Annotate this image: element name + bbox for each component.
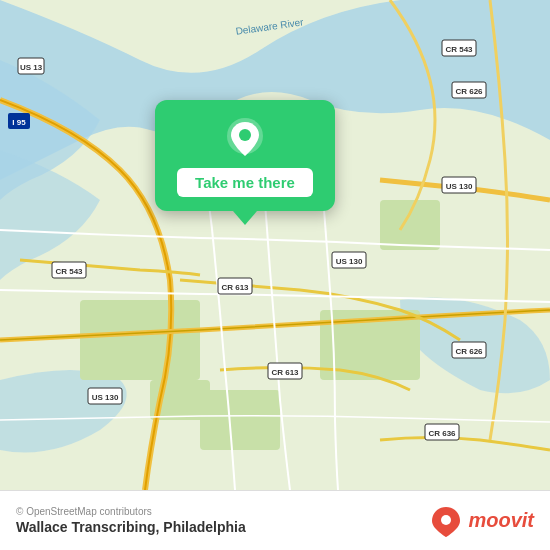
svg-rect-4 (380, 200, 440, 250)
moovit-brand-icon (428, 503, 464, 539)
map-container: US 13 I 95 CR 543 CR 626 US 130 US 130 U… (0, 0, 550, 490)
svg-rect-3 (200, 390, 280, 450)
svg-text:CR 613: CR 613 (221, 283, 249, 292)
svg-rect-1 (80, 300, 200, 380)
svg-text:US 13: US 13 (20, 63, 43, 72)
bottom-bar: © OpenStreetMap contributors Wallace Tra… (0, 490, 550, 550)
svg-text:CR 543: CR 543 (55, 267, 83, 276)
location-pin-icon (223, 116, 267, 160)
svg-text:US 130: US 130 (336, 257, 363, 266)
svg-text:US 130: US 130 (92, 393, 119, 402)
popup-card: Take me there (155, 100, 335, 211)
copyright-text: © OpenStreetMap contributors (16, 506, 246, 517)
svg-text:CR 613: CR 613 (271, 368, 299, 377)
moovit-text: moovit (468, 509, 534, 532)
location-name: Wallace Transcribing, Philadelphia (16, 519, 246, 535)
svg-text:US 130: US 130 (446, 182, 473, 191)
svg-text:CR 626: CR 626 (455, 87, 483, 96)
svg-text:CR 543: CR 543 (445, 45, 473, 54)
take-me-there-button[interactable]: Take me there (177, 168, 313, 197)
svg-text:I 95: I 95 (12, 118, 26, 127)
svg-text:CR 636: CR 636 (428, 429, 456, 438)
svg-point-32 (239, 129, 251, 141)
bottom-left-info: © OpenStreetMap contributors Wallace Tra… (16, 506, 246, 535)
svg-point-33 (441, 515, 451, 525)
moovit-logo: moovit (428, 503, 534, 539)
svg-text:CR 626: CR 626 (455, 347, 483, 356)
